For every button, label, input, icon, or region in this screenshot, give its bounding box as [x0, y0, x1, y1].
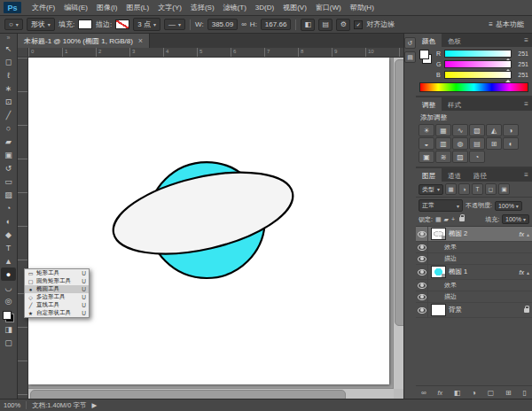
zoom-tool[interactable]: ◎: [1, 294, 16, 307]
zoom-level-field[interactable]: 100%: [4, 401, 20, 409]
link-dimensions-icon[interactable]: ∞: [241, 20, 246, 28]
visibility-toggle[interactable]: [416, 280, 428, 291]
gradient-tool[interactable]: ▨: [1, 188, 16, 201]
tab-channels[interactable]: 通道: [442, 168, 467, 182]
green-channel-value[interactable]: 251: [514, 61, 528, 67]
menu-select[interactable]: 选择(S): [186, 1, 219, 14]
filter-adjustment-layers-button[interactable]: ◑: [458, 183, 470, 195]
effects-label[interactable]: 效果: [444, 281, 457, 290]
clone-stamp-tool[interactable]: ▣: [1, 148, 16, 161]
history-brush-tool[interactable]: ↺: [1, 161, 16, 174]
tab-layers[interactable]: 图层: [416, 168, 442, 182]
adjustment-icon[interactable]: ☀: [419, 124, 434, 136]
quick-selection-tool[interactable]: ∗: [1, 81, 16, 95]
visibility-toggle[interactable]: [416, 253, 428, 264]
move-tool[interactable]: ↖: [1, 42, 16, 55]
collapse-toolbar-button[interactable]: »: [7, 35, 11, 42]
blend-mode-select[interactable]: 正常 ▾: [419, 199, 463, 212]
adjustment-icon[interactable]: ◑: [503, 124, 519, 136]
adjustment-icon[interactable]: ≋: [435, 151, 451, 163]
fill-swatch[interactable]: [78, 19, 92, 29]
filter-pixel-layers-button[interactable]: ▦: [445, 183, 457, 195]
adjustment-icon[interactable]: ▦: [435, 124, 451, 136]
menu-image[interactable]: 图像(I): [92, 1, 122, 14]
stroke-type-select[interactable]: — ▾: [164, 19, 185, 30]
panel-color-swatches[interactable]: [419, 50, 432, 64]
tab-adjustments[interactable]: 调整: [416, 97, 442, 111]
flyout-polygon-tool[interactable]: ◇ 多边形工具 U: [25, 293, 89, 301]
tab-swatches[interactable]: 色板: [442, 34, 467, 47]
color-swatches[interactable]: [3, 311, 14, 322]
adjustment-icon[interactable]: ▥: [435, 137, 451, 150]
effects-row[interactable]: 效果: [416, 242, 532, 253]
pen-tool[interactable]: ◆: [1, 228, 16, 241]
tool-mode-select[interactable]: 形状 ▾: [27, 18, 55, 31]
layer-fx-badge[interactable]: fx: [520, 269, 524, 275]
workspace-switcher[interactable]: ≡ 基本功能: [485, 19, 528, 30]
flyout-line-tool[interactable]: ╱ 直线工具 U: [25, 301, 89, 309]
history-panel-button[interactable]: ↺: [404, 37, 416, 49]
path-alignment-button[interactable]: ▤: [318, 19, 332, 31]
flyout-ellipse-tool[interactable]: ● 椭圆工具 U: [25, 285, 89, 293]
vertical-scrollbar[interactable]: [393, 58, 403, 389]
filter-type-layers-button[interactable]: T: [472, 183, 483, 195]
red-channel-slider[interactable]: [444, 50, 512, 58]
hand-tool[interactable]: ◡: [1, 281, 16, 294]
fill-opacity-input[interactable]: 100% ▾: [502, 214, 529, 224]
effects-row[interactable]: 效果: [416, 280, 532, 291]
document-tab[interactable]: 未标题-1 @ 100% (椭圆 1, RGB/8) ×: [18, 34, 150, 48]
adjustment-icon[interactable]: ◒: [419, 137, 434, 150]
link-layers-button[interactable]: ∞: [421, 389, 426, 397]
ellipse-tool[interactable]: ●: [1, 268, 16, 281]
stroke-effect-label[interactable]: 描边: [444, 292, 457, 301]
layer-thumbnail[interactable]: [431, 304, 446, 316]
opacity-input[interactable]: 100% ▾: [495, 201, 522, 211]
color-spectrum-bar[interactable]: [419, 82, 528, 92]
dodge-tool[interactable]: ◐: [1, 214, 16, 228]
collapse-effects-icon[interactable]: ▴: [527, 269, 529, 275]
menu-file[interactable]: 文件(F): [27, 1, 59, 14]
delete-layer-button[interactable]: ▯: [523, 389, 527, 397]
crop-tool[interactable]: ⊡: [1, 95, 16, 108]
layer-name[interactable]: 椭圆 2: [449, 229, 517, 238]
flyout-rounded-rectangle-tool[interactable]: ▢ 圆角矩形工具 U: [25, 277, 89, 285]
visibility-toggle[interactable]: [416, 291, 428, 302]
panel-foreground-swatch[interactable]: [419, 50, 429, 59]
align-edges-checkbox[interactable]: ✓: [354, 20, 363, 29]
healing-brush-tool[interactable]: ○: [1, 121, 16, 135]
red-channel-value[interactable]: 251: [514, 50, 528, 57]
lock-position-icon[interactable]: +: [451, 216, 455, 222]
adjustment-icon[interactable]: ▣: [419, 151, 434, 163]
vertical-scrollbar-thumb[interactable]: [395, 59, 403, 326]
menu-filter[interactable]: 滤镜(T): [219, 1, 251, 14]
type-tool[interactable]: T: [1, 241, 16, 254]
adjustment-icon[interactable]: ◍: [452, 137, 468, 150]
adjustment-icon[interactable]: ◐: [503, 137, 519, 150]
collapse-effects-icon[interactable]: ▴: [527, 231, 529, 237]
menu-type[interactable]: 文字(Y): [153, 1, 186, 14]
brush-tool[interactable]: ▰: [1, 135, 16, 148]
horizontal-scrollbar-thumb[interactable]: [30, 390, 346, 399]
layer-filter-select[interactable]: 类型 ▾: [419, 184, 443, 195]
layer-name[interactable]: 背景: [449, 306, 520, 314]
menu-3d[interactable]: 3D(D): [251, 2, 278, 13]
horizontal-scrollbar[interactable]: [28, 388, 394, 399]
lock-transparency-icon[interactable]: ▦: [435, 216, 442, 223]
menu-view[interactable]: 视图(V): [278, 1, 311, 14]
blur-tool[interactable]: ◔: [1, 201, 16, 214]
adjustment-icon[interactable]: ◔: [469, 151, 485, 163]
visibility-toggle[interactable]: [416, 242, 428, 252]
adjustment-icon[interactable]: ◭: [486, 124, 502, 136]
tool-preset-button[interactable]: ○ ▾: [4, 19, 23, 30]
menu-layer[interactable]: 图层(L): [121, 1, 153, 14]
layer-thumbnail[interactable]: [431, 266, 446, 278]
stroke-width-field[interactable]: 3 点 ▾: [133, 18, 160, 31]
lock-all-icon[interactable]: [459, 217, 465, 221]
adjustment-icon[interactable]: ▧: [469, 124, 485, 136]
close-icon[interactable]: ×: [138, 36, 143, 45]
tab-styles[interactable]: 样式: [442, 97, 467, 111]
panel-menu-icon[interactable]: ≡: [520, 34, 532, 47]
visibility-toggle[interactable]: [416, 265, 428, 279]
layer-name[interactable]: 椭圆 1: [449, 268, 517, 276]
shape-width-input[interactable]: 385.09: [207, 19, 238, 30]
